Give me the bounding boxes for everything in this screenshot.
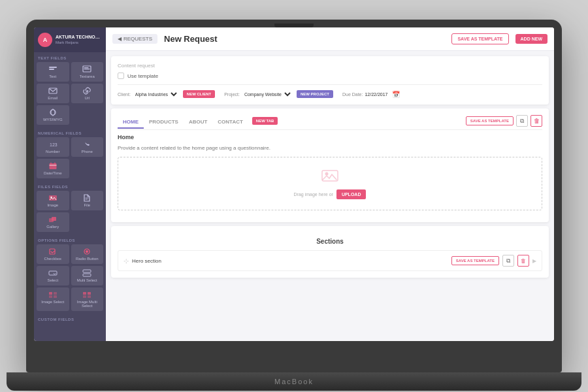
sidebar-section-options: OPTIONS FIELDS [34, 235, 106, 244]
svg-rect-13 [49, 195, 57, 201]
svg-rect-24 [83, 274, 91, 276]
client-label: Client: [118, 92, 131, 97]
macbook-label: MacBook [274, 378, 314, 385]
save-template-button[interactable]: SAVE AS TEMPLATE [451, 33, 508, 44]
laptop-body: A AKTURA TECHNOLOGY Mark Reijans TEXT FI… [26, 20, 562, 372]
due-date-label: Due Date: [342, 92, 363, 97]
sidebar-item-image-multi[interactable]: Image Multi Select [71, 287, 104, 311]
sidebar-item-datetime[interactable]: Date/Time [37, 159, 69, 178]
sidebar-item-phone[interactable]: Phone [71, 137, 104, 157]
project-select[interactable]: Company Website [242, 91, 293, 97]
section-save-template-button[interactable]: SAVE AS TEMPLATE [451, 256, 499, 265]
select-icon [48, 269, 58, 277]
tab-home[interactable]: HOME [118, 116, 144, 129]
add-new-button[interactable]: ADD NEW [515, 34, 547, 44]
sidebar-files-grid: Image File Gallery [34, 191, 106, 235]
sidebar-item-radio-label: Radio Button [76, 257, 99, 261]
sidebar-item-gallery[interactable]: Gallery [37, 212, 69, 232]
email-icon [48, 87, 58, 95]
sidebar-item-number[interactable]: 123 Number [37, 137, 69, 157]
trash-icon: 🗑 [534, 118, 540, 124]
sidebar-item-radio[interactable]: Radio Button [71, 244, 104, 264]
tab-products[interactable]: PRODUCTS [144, 116, 184, 129]
topbar: ◀ REQUESTS New Request SAVE AS TEMPLATE … [106, 27, 554, 51]
tabs-card: HOME PRODUCTS ABOUT CONTACT NEW TAB SAVE… [111, 108, 549, 222]
sidebar-item-multiselect[interactable]: Multi Select [71, 266, 104, 286]
client-row: Client: Alpha Industries NEW CLIENT Proj… [118, 90, 542, 98]
svg-rect-33 [322, 171, 338, 181]
sidebar: A AKTURA TECHNOLOGY Mark Reijans TEXT FI… [34, 27, 106, 341]
content-request-label: Content request [118, 63, 542, 69]
sidebar-logo: A [38, 33, 52, 47]
divider-1 [118, 84, 542, 85]
chevron-right-icon: ▶ [532, 258, 536, 264]
sidebar-company-name: AKTURA TECHNOLOGY [56, 35, 102, 40]
upload-area[interactable]: Drag image here or UPLOAD [118, 157, 542, 210]
svg-rect-18 [52, 217, 56, 221]
client-select[interactable]: Alpha Industries [133, 91, 179, 97]
section-copy-button[interactable]: ⧉ [502, 255, 514, 267]
new-tab-button[interactable]: NEW TAB [252, 117, 278, 125]
svg-rect-9 [49, 163, 56, 169]
sidebar-item-image-select-label: Image Select [41, 300, 64, 304]
image-icon [48, 194, 58, 202]
new-project-button[interactable]: NEW PROJECT [297, 90, 333, 98]
svg-rect-27 [49, 295, 52, 298]
section-delete-button[interactable]: 🗑 [517, 255, 529, 267]
sidebar-item-email[interactable]: Email [37, 84, 69, 103]
tab-contact[interactable]: CONTACT [212, 116, 248, 129]
section-copy-icon: ⧉ [506, 257, 510, 265]
upload-button[interactable]: UPLOAD [336, 189, 367, 199]
use-template-label: Use template [127, 73, 158, 79]
datetime-icon [48, 162, 58, 170]
section-row: ⊹ Hero section SAVE AS TEMPLATE ⧉ 🗑 ▶ [118, 250, 542, 271]
svg-point-21 [86, 250, 88, 253]
sidebar-item-select[interactable]: Select [37, 266, 69, 286]
drag-text: Drag image here or [294, 192, 333, 197]
sidebar-item-number-label: Number [46, 150, 59, 154]
sidebar-item-file[interactable]: File [71, 191, 104, 210]
tab-copy-button[interactable]: ⧉ [516, 115, 528, 127]
new-client-button[interactable]: NEW CLIENT [183, 90, 215, 98]
sidebar-user-name: Mark Reijans [56, 41, 102, 45]
svg-text:123: 123 [50, 142, 57, 147]
sidebar-item-textarea[interactable]: Textarea [71, 62, 104, 82]
use-template-checkbox[interactable] [118, 73, 124, 79]
sidebar-item-phone-label: Phone [82, 150, 93, 154]
svg-rect-3 [84, 67, 89, 68]
svg-rect-1 [49, 69, 54, 70]
tab-actions: SAVE AS TEMPLATE ⧉ 🗑 [466, 115, 542, 127]
gallery-icon [48, 216, 58, 223]
svg-rect-31 [83, 295, 86, 298]
url-icon [82, 87, 92, 95]
sidebar-item-image[interactable]: Image [37, 191, 69, 210]
sidebar-section-files: FILES FIELDS [34, 181, 106, 191]
sidebar-item-url-label: Url [84, 96, 90, 100]
drag-icon[interactable]: ⊹ [123, 257, 129, 265]
sidebar-company-info: AKTURA TECHNOLOGY Mark Reijans [56, 35, 102, 45]
sidebar-item-datetime-label: Date/Time [44, 171, 61, 175]
calendar-icon[interactable]: 📅 [392, 91, 400, 98]
sidebar-item-text[interactable]: Text [37, 62, 69, 82]
content-area: Content request Use template Client: Alp… [106, 51, 554, 341]
sidebar-section-numerical: NUMERICAL FIELDS [34, 127, 106, 137]
svg-rect-28 [54, 295, 57, 298]
tab-about[interactable]: ABOUT [184, 116, 212, 129]
checkbox-icon [48, 248, 58, 255]
back-button[interactable]: ◀ REQUESTS [112, 34, 157, 44]
sidebar-item-image-label: Image [47, 203, 58, 207]
sidebar-item-url[interactable]: Url [71, 84, 104, 103]
sidebar-item-text-label: Text [49, 74, 56, 78]
sidebar-item-multiselect-label: Multi Select [77, 278, 97, 282]
sidebar-item-wysiwyg[interactable]: WYSIWYG [37, 105, 69, 125]
sidebar-item-image-select[interactable]: Image Select [37, 287, 69, 311]
sidebar-section-custom: CUSTOM FIELDS [34, 314, 106, 323]
sections-title: Sections [118, 238, 542, 245]
main-content: ◀ REQUESTS New Request SAVE AS TEMPLATE … [106, 27, 554, 341]
svg-point-34 [325, 172, 329, 176]
sidebar-item-checkbox[interactable]: Checkbox [37, 244, 69, 264]
section-trash-icon: 🗑 [521, 258, 526, 264]
file-icon [82, 194, 92, 202]
tab-delete-button[interactable]: 🗑 [531, 115, 542, 127]
tab-save-template-button[interactable]: SAVE AS TEMPLATE [466, 116, 514, 125]
